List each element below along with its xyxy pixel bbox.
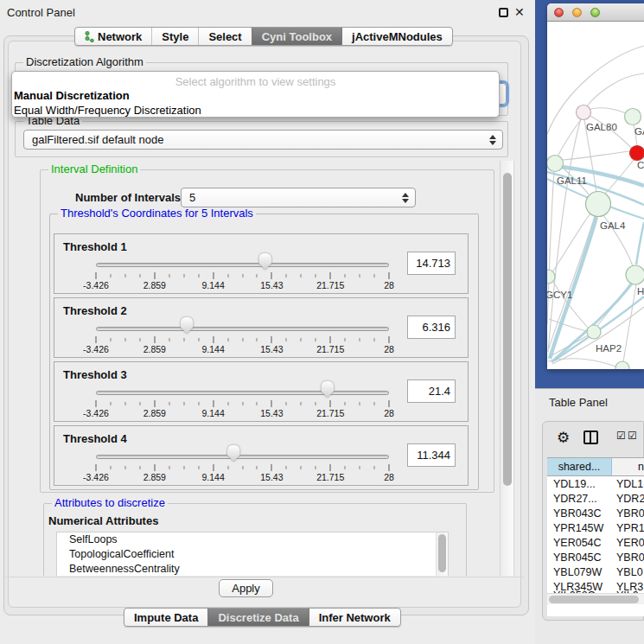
- tab-select[interactable]: Select: [198, 28, 251, 45]
- threshold-1-value-field[interactable]: 14.713: [407, 252, 456, 275]
- list-item[interactable]: BetweennessCentrality: [57, 562, 448, 576]
- table-row[interactable]: YBR045CYBR0: [547, 551, 644, 565]
- slider-ticks: [96, 464, 389, 471]
- tab-cyni-toolbox[interactable]: Cyni Toolbox: [252, 28, 341, 45]
- threshold-4-value-field[interactable]: 11.344: [407, 443, 456, 467]
- slider-scale: -3.426 2.859 9.144 15.43 21.715 28: [96, 472, 389, 482]
- option-equal-width-frequency[interactable]: Equal Width/Frequency Discretization: [14, 104, 201, 117]
- tab-infer-network[interactable]: Infer Network: [309, 609, 400, 626]
- network-node-gal4[interactable]: [586, 192, 611, 217]
- slider-handle[interactable]: [258, 253, 271, 270]
- table-row[interactable]: YDL19...YDL1: [547, 477, 644, 492]
- tick-mark: [286, 338, 287, 341]
- tick-mark: [286, 274, 287, 277]
- tab-style[interactable]: Style: [151, 28, 198, 45]
- tick-mark: [139, 274, 140, 277]
- checkbox-icon[interactable]: ☑: [628, 430, 637, 442]
- tick-mark: [227, 466, 228, 469]
- close-traffic-light-icon[interactable]: [554, 8, 564, 17]
- tick-mark: [271, 464, 272, 471]
- tick-mark: [271, 400, 272, 407]
- slider-scale: -3.426 2.859 9.144 15.43 21.715 28: [96, 408, 389, 418]
- tick-mark: [213, 272, 214, 279]
- num-intervals-combobox[interactable]: 5: [181, 188, 416, 207]
- tick-mark: [301, 466, 302, 469]
- scrollbar-thumb[interactable]: [503, 173, 512, 486]
- close-icon[interactable]: ✕: [514, 5, 525, 19]
- tab-impute-data[interactable]: Impute Data: [124, 609, 207, 626]
- tick-mark: [360, 402, 360, 405]
- algorithm-dropdown-popup: Select algorithm to view settings Manual…: [11, 71, 500, 118]
- network-canvas[interactable]: GAL80 GA C GAL11 GAL4 GCY1 H HAP2: [547, 22, 644, 369]
- tab-discretize-data[interactable]: Discretize Data: [207, 609, 308, 626]
- slider-handle[interactable]: [321, 381, 334, 398]
- threshold-2-value-field[interactable]: 6.316: [407, 316, 456, 339]
- table-horizontal-scrollbar[interactable]: [547, 593, 644, 604]
- table-panel-toolbar: ⚙ ☑ ☑: [543, 422, 644, 456]
- slider-handle[interactable]: [181, 317, 194, 334]
- tick-mark: [345, 274, 346, 277]
- table-row[interactable]: YPR145WYPR1: [547, 521, 644, 536]
- zoom-traffic-light-icon[interactable]: [590, 8, 600, 17]
- list-item[interactable]: SelfLoops: [57, 532, 448, 547]
- tick-mark: [213, 336, 214, 343]
- node-label-clipped-top-right: GA: [634, 126, 644, 137]
- table-header-row: shared... n: [547, 458, 644, 476]
- column-header-shared[interactable]: shared...: [547, 458, 612, 475]
- slider-handle[interactable]: [227, 445, 240, 462]
- float-window-icon[interactable]: [499, 8, 508, 17]
- tab-jactivemnodules[interactable]: jActiveMNodules: [341, 28, 452, 45]
- tick-mark: [183, 338, 184, 341]
- tick-mark: [227, 402, 228, 405]
- slider-scale: -3.426 2.859 9.144 15.43 21.715 28: [96, 280, 389, 290]
- tick-mark: [169, 338, 169, 341]
- tick-mark: [374, 274, 375, 277]
- network-node-top-right[interactable]: [625, 109, 641, 125]
- checkbox-icon[interactable]: ☑: [616, 430, 626, 442]
- scrollbar-thumb[interactable]: [549, 596, 639, 603]
- tick-mark: [360, 274, 360, 277]
- tick-mark: [227, 274, 228, 277]
- list-item[interactable]: TopologicalCoefficient: [57, 547, 448, 562]
- list-scrollbar[interactable]: [436, 532, 448, 576]
- network-node-bottom-partial[interactable]: [615, 361, 629, 369]
- column-header-name[interactable]: n: [638, 458, 644, 475]
- split-columns-icon[interactable]: [583, 430, 598, 444]
- network-node-gcy1[interactable]: [547, 270, 555, 284]
- num-intervals-value: 5: [189, 191, 195, 204]
- tick-mark: [169, 274, 169, 277]
- tick-mark: [257, 274, 258, 277]
- network-node-right-mid[interactable]: [626, 265, 644, 284]
- network-node-red[interactable]: [630, 146, 644, 161]
- table-row[interactable]: YBL079WYBL0: [547, 565, 644, 580]
- stepper-icon: [402, 193, 409, 203]
- interval-definition-title: Interval Definition: [48, 163, 140, 175]
- node-label-gal4: GAL4: [600, 220, 626, 231]
- node-attribute-table: shared... n YDL19...YDL1 YDR27...YDR2 YB…: [547, 457, 644, 616]
- network-window-titlebar: [547, 3, 644, 22]
- tick-mark: [257, 338, 258, 341]
- network-node-hap2[interactable]: [587, 325, 601, 339]
- attributes-group: Attributes to discretize Numerical Attri…: [43, 503, 467, 576]
- tick-mark: [213, 400, 214, 407]
- tick-mark: [330, 336, 331, 343]
- tick-mark: [316, 466, 316, 469]
- tick-mark: [374, 402, 375, 405]
- tick-mark: [183, 274, 184, 277]
- apply-button[interactable]: Apply: [219, 579, 273, 597]
- settings-vertical-scrollbar[interactable]: [500, 161, 514, 576]
- network-node-gal80[interactable]: [577, 105, 591, 120]
- threshold-3-value-field[interactable]: 21.4: [407, 379, 456, 403]
- tab-network[interactable]: Network: [75, 28, 151, 45]
- tick-mark: [227, 338, 228, 341]
- node-label-gal80: GAL80: [586, 122, 617, 132]
- gear-icon[interactable]: ⚙: [557, 429, 570, 446]
- table-row[interactable]: YER054CYER0: [547, 536, 644, 551]
- option-manual-discretization[interactable]: Manual Discretization: [14, 89, 130, 102]
- network-node-gal11[interactable]: [547, 156, 564, 172]
- table-row[interactable]: YBR043CYBR0: [547, 507, 644, 521]
- table-data-combobox[interactable]: galFiltered.sif default node: [23, 130, 503, 150]
- threshold-4-label: Threshold 4: [63, 432, 127, 445]
- minimize-traffic-light-icon[interactable]: [572, 8, 582, 17]
- table-row[interactable]: YDR27...YDR2: [547, 492, 644, 507]
